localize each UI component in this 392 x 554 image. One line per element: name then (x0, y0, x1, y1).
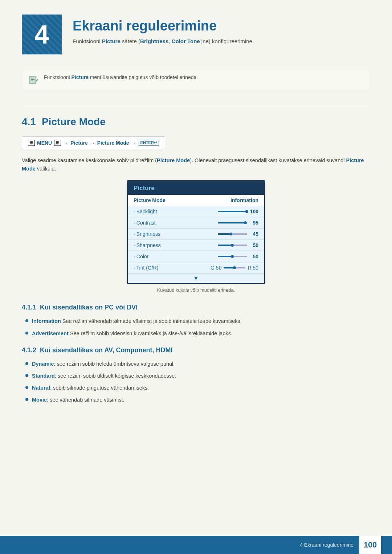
picture-menu: Picture Picture Mode Information Backlig… (127, 180, 265, 284)
list-item: Advertisement See režiim sobib videosisu… (25, 329, 370, 338)
list-item: Standard: see režiim sobib üldiselt kõig… (25, 372, 370, 380)
backlight-row: Backlight 100 (128, 206, 264, 217)
sharpness-label: Sharpness (134, 242, 161, 248)
brightness-row: Brightness 45 (128, 229, 264, 240)
list-item: Natural: sobib silmade pingutuse vähenda… (25, 384, 370, 392)
enter-icon: ENTER↵ (139, 140, 159, 146)
svg-rect-0 (29, 76, 36, 83)
section-4-1: 4.1 Picture Mode ⊞ MENU ⊞ → Picture → Pi… (0, 116, 392, 293)
section-divider (22, 105, 370, 105)
list-item: Information See režiim vähendab silmade … (25, 317, 370, 325)
footer-page-number: 100 (359, 536, 381, 554)
bullet-dot (25, 319, 28, 322)
contrast-right: 95 (218, 220, 258, 226)
list-item-text: Dynamic: see režiim sobib heleda ümbrits… (32, 360, 175, 368)
bullet-dot (25, 362, 28, 365)
bullet-dot (25, 332, 28, 335)
backlight-right: 100 (218, 209, 258, 214)
contrast-label: Contrast (134, 220, 156, 226)
brightness-right: 45 (218, 231, 258, 237)
contrast-slider (218, 222, 247, 223)
section-heading-4-1: 4.1 Picture Mode (22, 116, 370, 128)
chapter-title-area: Ekraani reguleerimine Funktsiooni Pictur… (62, 15, 254, 46)
scroll-down-arrow: ▼ (128, 274, 264, 283)
backlight-label: Backlight (134, 209, 157, 214)
picture-menu-title: Picture (128, 181, 264, 195)
menu-path: ⊞ MENU ⊞ → Picture → Picture Mode → ENTE… (22, 136, 165, 149)
picture-mode-label: Picture Mode (134, 197, 166, 203)
footer-text: 4 Ekraani reguleerimine (300, 542, 354, 548)
sub-heading-4-1-2: 4.1.2 Kui sisendallikas on AV, Component… (22, 346, 370, 354)
chapter-subtitle: Funktsiooni Picture sätete (Brightness, … (73, 37, 254, 46)
note-box: Funktsiooni Picture menüüsuvandite paigu… (22, 69, 370, 90)
brightness-label: Brightness (134, 231, 160, 237)
tint-inner: G 50 R 50 (211, 265, 258, 271)
bullet-list-4-1-2: Dynamic: see režiim sobib heleda ümbrits… (22, 360, 370, 405)
list-item-text: Movie: see vähendab silmade väsimist. (32, 396, 124, 404)
brightness-slider (218, 233, 247, 235)
list-item: Dynamic: see režiim sobib heleda ümbrits… (25, 360, 370, 368)
tint-label: Tint (G/R) (134, 265, 158, 271)
sharpness-slider (218, 245, 247, 246)
sub-heading-4-1-1: 4.1.1 Kui sisendallikas on PC või DVI (22, 304, 370, 311)
color-label: Color (134, 254, 148, 259)
tint-slider (224, 267, 245, 268)
sharpness-right: 50 (218, 242, 258, 248)
list-item: Movie: see vähendab silmade väsimist. (25, 396, 370, 404)
menu-icon: ⊞ (28, 140, 35, 146)
list-item-text: Standard: see režiim sobib üldiselt kõig… (32, 372, 176, 380)
bullet-dot (25, 398, 28, 401)
sharpness-row: Sharpness 50 (128, 240, 264, 251)
section-4-1-1: 4.1.1 Kui sisendallikas on PC või DVI In… (0, 304, 392, 337)
list-item-text: Natural: sobib silmade pingutuse vähenda… (32, 384, 149, 392)
picture-mode-row: Picture Mode Information (128, 195, 264, 206)
bullet-dot (25, 374, 28, 377)
color-row: Color 50 (128, 251, 264, 262)
tint-g-value: G 50 (211, 265, 221, 271)
list-item-text: Information See režiim vähendab silmade … (32, 317, 242, 325)
page-footer: 4 Ekraani reguleerimine 100 (0, 536, 392, 554)
backlight-slider (218, 211, 247, 212)
picture-mode-value: Information (230, 197, 258, 203)
note-icon (29, 75, 39, 85)
color-right: 50 (218, 254, 258, 259)
chapter-header: 4 Ekraani reguleerimine Funktsiooni Pict… (0, 0, 392, 65)
grid-icon: ⊞ (54, 140, 61, 146)
picture-menu-caption: Kuvatud kujutis võib mudeliti erineda. (22, 287, 370, 293)
tint-row: Tint (G/R) G 50 R 50 (128, 262, 264, 274)
list-item-text: Advertisement See režiim sobib videosisu… (32, 329, 232, 338)
color-slider (218, 256, 247, 257)
picture-menu-container: Picture Picture Mode Information Backlig… (22, 180, 370, 284)
bullet-dot (25, 386, 28, 389)
note-text: Funktsiooni Picture menüüsuvandite paigu… (44, 74, 198, 80)
section-4-1-2: 4.1.2 Kui sisendallikas on AV, Component… (0, 346, 392, 405)
bullet-list-4-1-1: Information See režiim vähendab silmade … (22, 317, 370, 337)
tint-r-value: R 50 (248, 265, 258, 271)
chapter-title: Ekraani reguleerimine (73, 18, 254, 34)
body-text-4-1: Valige seadme kasutamise keskkonnale sob… (22, 156, 370, 173)
chapter-number: 4 (22, 15, 62, 54)
contrast-row: Contrast 95 (128, 217, 264, 229)
